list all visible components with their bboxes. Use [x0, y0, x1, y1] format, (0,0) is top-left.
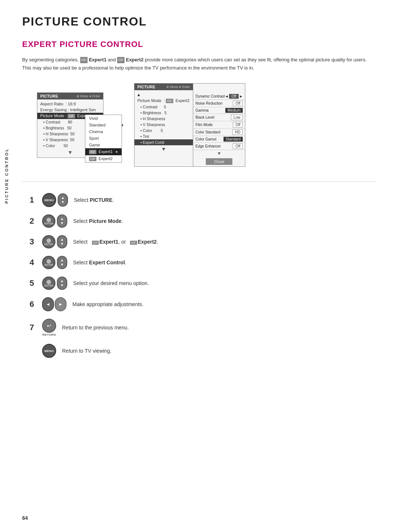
row-film-mode: Film Mode Off	[193, 121, 245, 129]
step-1-icons: MENU ▲ ▼	[42, 193, 68, 207]
dynamic-value: Off	[229, 94, 238, 99]
page-number: 64	[22, 515, 28, 521]
nav-up-arrow-1: ▲	[61, 196, 65, 200]
step-5-text: Select your desired menu option.	[73, 280, 149, 286]
return-button[interactable]: ↩	[42, 319, 56, 333]
left-icon-6: ◄	[46, 302, 50, 307]
step-6-icons: ◄ ►	[42, 297, 66, 311]
step-7-row: 7 ↩ RETURN Return to the previous menu.	[30, 319, 377, 336]
down-arrow-right-panel: ▼	[193, 150, 245, 157]
step-4-number: 4	[30, 258, 36, 267]
nav-up-arrow-3: ▲	[60, 238, 64, 241]
enter-button-4[interactable]: ENTER	[42, 256, 55, 269]
step-6-row: 6 ◄ ► Make appropriate adjustments.	[30, 297, 377, 311]
nav-button-1[interactable]: ▲ ▼	[58, 193, 68, 207]
nav-button-5[interactable]: ▲ ▼	[57, 277, 67, 290]
step-1-text: Select PICTURE.	[74, 197, 114, 203]
isf-icon-expert1: ISF	[80, 57, 88, 63]
diagram-area: PICTURE ⊕ Move ● Enter Aspect Ratio : 16…	[37, 83, 377, 167]
edge-enhancer-value: Off	[233, 143, 243, 149]
nav-down-arrow-2: ▼	[60, 221, 64, 225]
step-2-text: Select Picture Mode.	[73, 218, 123, 224]
right-picture-mode-row: ▲	[134, 92, 193, 98]
nav-button-2[interactable]: ▲ ▼	[57, 214, 67, 228]
expert2-label: Expert2	[126, 57, 144, 62]
row-edge-enhancer: Edge Enhancer Off	[193, 143, 245, 150]
menu-button-1[interactable]: MENU	[42, 193, 56, 207]
color-standard-value: HD	[232, 129, 243, 135]
menu-btn-group-bottom: MENU	[42, 344, 56, 358]
step-6-btn-group: ◄ ►	[42, 297, 66, 311]
dropdown-vivid[interactable]: Vivid	[85, 115, 122, 122]
menu-button-bottom[interactable]: MENU	[42, 344, 56, 358]
step-4-icons: ENTER ▲ ▼	[42, 256, 67, 269]
nav-down-arrow-4: ▼	[60, 263, 64, 267]
left-btn-6[interactable]: ◄	[42, 297, 54, 311]
section-title: EXPERT PICTURE CONTROL	[22, 40, 377, 49]
nav-button-4[interactable]: ▲ ▼	[57, 256, 67, 269]
step-3-row: 3 ENTER ▲ ▼ Select ISFExpert1, or ISFExp…	[30, 235, 377, 248]
step-menu-number	[30, 346, 36, 356]
close-button[interactable]: Close	[206, 158, 232, 165]
isf-badge-left: ISF	[68, 114, 75, 118]
right-icon-6: ►	[58, 302, 63, 307]
film-mode-value: Off	[233, 122, 243, 128]
step-7-text: Return to the previous menu.	[62, 325, 129, 331]
isf-icon-step3-1: ISF	[92, 241, 99, 245]
dropdown-sport[interactable]: Sport	[85, 135, 122, 142]
step-5-number: 5	[30, 278, 36, 288]
radio-selected: ●	[115, 149, 118, 154]
dropdown-standard[interactable]: Standard	[85, 122, 122, 128]
close-button-row: Close	[193, 157, 245, 166]
row-black-level: Black Level Low	[193, 114, 245, 121]
row-color-standard: Color Standard HD	[193, 129, 245, 136]
dropdown-cinema[interactable]: Cinema	[85, 128, 122, 135]
step-4-text: Select Expert Control.	[73, 260, 126, 265]
right-panel-body: ▲ Picture Mode : ISF Expert2 • Contrast …	[134, 90, 193, 154]
nav-up-arrow-2: ▲	[60, 217, 64, 221]
isf-badge-expert2: ISF	[89, 157, 96, 161]
left-arrow-dynamic: ◄	[225, 94, 228, 98]
step-4-row: 4 ENTER ▲ ▼ Select Expert Control.	[30, 256, 377, 269]
right-expert-control: • Expert Contr	[134, 139, 193, 145]
intro-text: By segmenting categories, ISF Expert1 an…	[22, 56, 377, 72]
right-panel-right-body: Dynamic Contrast ◄ Off ► Noise Reduction…	[193, 84, 245, 166]
step-7-number: 7	[30, 323, 36, 332]
row-dynamic-contrast: Dynamic Contrast ◄ Off ►	[193, 93, 245, 100]
step-3-number: 3	[30, 237, 36, 247]
left-menu-diagram: PICTURE ⊕ Move ● Enter Aspect Ratio : 16…	[37, 92, 103, 158]
enter-button-5[interactable]: ENTER	[42, 277, 55, 290]
menu-row-aspect: Aspect Ratio : 16:9	[37, 101, 103, 107]
right-contrast: • Contrast 5	[134, 104, 193, 110]
right-btn-6[interactable]: ►	[55, 297, 66, 311]
right-panel-header: PICTURE ⊕ Move ● Enter	[134, 84, 193, 90]
black-level-value: Low	[231, 115, 243, 120]
dropdown-expert2[interactable]: ISF Expert2	[85, 155, 122, 162]
gamma-value: Medium	[225, 108, 243, 113]
steps-section: 1 MENU ▲ ▼ Select PICTURE. 2 ENTER ▲ ▼ S…	[30, 193, 377, 358]
step-1-row: 1 MENU ▲ ▼ Select PICTURE.	[30, 193, 377, 207]
sidebar-label: PICTURE CONTROL	[4, 148, 9, 204]
right-panel-right: Dynamic Contrast ◄ Off ► Noise Reduction…	[193, 83, 245, 167]
step-menu-icons: MENU	[42, 344, 56, 358]
enter-button-2[interactable]: ENTER	[42, 214, 55, 228]
nav-down-arrow-3: ▼	[60, 242, 64, 246]
right-color: • Color 5	[134, 128, 193, 133]
row-noise-reduction: Noise Reduction Off	[193, 100, 245, 107]
right-vsharpness: • V Sharpness	[134, 122, 193, 128]
dropdown-expert1[interactable]: ISF Expert1 ●	[85, 148, 122, 155]
dropdown-game[interactable]: Game	[85, 142, 122, 148]
nav-button-3[interactable]: ▲ ▼	[57, 235, 67, 248]
left-menu-header: PICTURE ⊕ Move ● Enter	[37, 93, 103, 99]
right-hsharpness: • H Sharpness	[134, 116, 193, 122]
step-menu-row: MENU Return to TV viewing.	[30, 344, 377, 358]
return-label: RETURN	[42, 333, 56, 336]
row-gamma: Gamma Medium	[193, 107, 245, 114]
enter-button-3[interactable]: ENTER	[42, 235, 55, 248]
nav-down-arrow-1: ▼	[61, 200, 65, 204]
row-color-gamut: Color Gamut Standard	[193, 136, 245, 143]
step-5-row: 5 ENTER ▲ ▼ Select your desired menu opt…	[30, 277, 377, 290]
return-btn-group: ↩ RETURN	[42, 319, 56, 336]
right-brightness: • Brightness 5	[134, 110, 193, 116]
nav-up-arrow-5: ▲	[60, 279, 64, 283]
